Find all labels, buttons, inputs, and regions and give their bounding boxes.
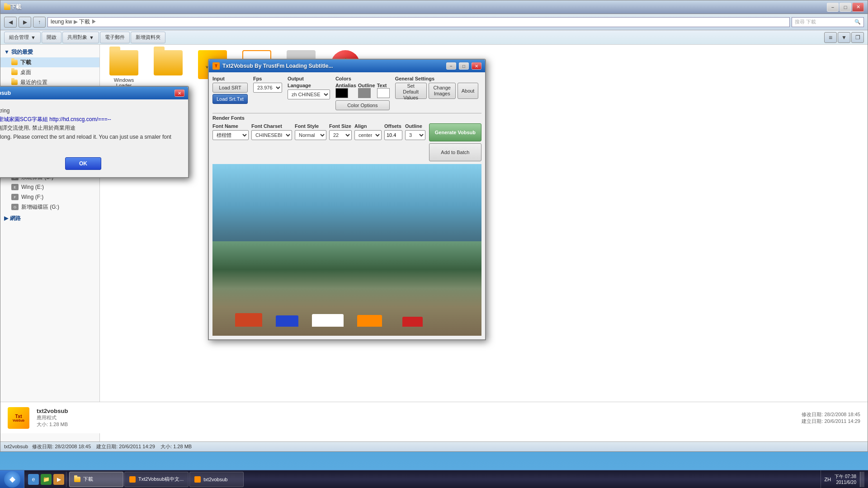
sidebar-item-drive-e[interactable]: E Wing (E:) xyxy=(0,182,99,192)
favorites-header[interactable]: ▼ 我的最愛 xyxy=(0,47,99,57)
outline-size-select[interactable]: 3 xyxy=(405,130,425,140)
dialog-titlebar: txt2vobsub ✕ xyxy=(0,87,188,99)
address-input[interactable]: leung kw ▶ 下載 ▶ xyxy=(47,17,790,27)
view-grid-button[interactable]: ❐ xyxy=(851,32,864,43)
app-content: Input Load SRT Load Srt.Txt Fps 23.976 O… xyxy=(209,72,485,339)
app-close-button[interactable]: ✕ xyxy=(472,62,481,70)
offsets-input[interactable] xyxy=(384,130,402,140)
ie-button[interactable]: e xyxy=(28,474,39,485)
outline-color-label: Outline xyxy=(358,83,375,88)
clock-date: 2011/6/20 xyxy=(836,480,857,485)
open-button[interactable]: 開啟 xyxy=(42,32,61,43)
font-charset-select[interactable]: CHINESEBIG xyxy=(251,130,292,140)
app-maximize-button[interactable]: □ xyxy=(459,62,469,70)
set-default-button[interactable]: Set Default Values xyxy=(395,83,427,99)
start-button[interactable]: ◆ xyxy=(0,470,24,488)
info-filename: txt2vobsub xyxy=(37,408,794,414)
list-item[interactable] xyxy=(148,48,189,90)
align-select[interactable]: center xyxy=(354,130,382,140)
forward-button[interactable]: ▶ xyxy=(19,17,31,28)
load-srt-button[interactable]: Load SRT xyxy=(212,83,248,93)
taskbar-item-txt2vobsub-app[interactable]: txt2vobsub xyxy=(189,472,244,487)
up-button[interactable]: ↑ xyxy=(33,17,46,28)
about-button[interactable]: About xyxy=(458,83,479,99)
language-label: Language xyxy=(288,83,330,88)
close-button[interactable]: ✕ xyxy=(852,3,864,12)
app-minimize-button[interactable]: − xyxy=(446,62,456,70)
color-options-button[interactable]: Color Options xyxy=(335,100,390,110)
downloads-folder-icon xyxy=(11,60,18,65)
view-list-button[interactable]: ≡ xyxy=(824,32,837,43)
sidebar-item-drive-f[interactable]: F Wing (F:) xyxy=(0,192,99,202)
dialog-ok-button[interactable]: OK xyxy=(65,157,101,170)
organize-button[interactable]: 組合管理 ▼ xyxy=(4,32,41,43)
language-select[interactable]: zh CHINESE xyxy=(288,89,330,99)
media-button[interactable]: ▶ xyxy=(53,474,64,485)
font-size-label: Font Size xyxy=(329,123,352,129)
info-filesize: 大小: 1.28 MB xyxy=(37,421,794,428)
colors-label: Colors xyxy=(335,76,390,81)
new-folder-button[interactable]: 新增資料夾 xyxy=(131,32,165,43)
font-name-select[interactable]: 標楷體 xyxy=(212,130,249,140)
status-text: txt2vobsub 修改日期: 28/2/2008 18:45 建立日期: 2… xyxy=(4,443,192,450)
fps-group: Fps 23.976 xyxy=(253,76,282,93)
network-header[interactable]: ▶ 網路 xyxy=(0,213,99,224)
recent-label: 最近的位置 xyxy=(20,79,47,86)
taskbar-folder-icon xyxy=(74,477,80,482)
font-size-select[interactable]: 22 xyxy=(329,130,352,140)
boat5 xyxy=(402,317,423,327)
generate-vobsub-button[interactable]: Generate Vobsub xyxy=(429,123,481,141)
back-button[interactable]: ◀ xyxy=(4,17,17,28)
minimize-button[interactable]: − xyxy=(827,3,839,12)
taskbar-txt2vobsub-label: Txt2Vobsub稿中文... xyxy=(138,476,184,483)
view-dropdown-button[interactable]: ▼ xyxy=(838,32,850,43)
drive-f-icon: F xyxy=(11,194,19,200)
sidebar-item-desktop[interactable]: 桌面 xyxy=(0,67,99,77)
boat2 xyxy=(276,315,298,327)
input-label: Input xyxy=(212,76,248,81)
offsets-label: Offsets xyxy=(384,123,402,129)
recent-folder-icon xyxy=(11,80,18,85)
sidebar-item-drive-g[interactable]: G 新增磁碟區 (G:) xyxy=(0,202,99,212)
general-settings-group: General Settings Set Default Values Chan… xyxy=(395,76,479,99)
font-style-select[interactable]: Normal xyxy=(295,130,326,140)
desktop: 下載 − □ ✕ ◀ ▶ ↑ leung kw ▶ 下載 ▶ 搜尋 下載 🔍 組… xyxy=(0,0,868,488)
input-group: Input Load SRT Load Srt.Txt xyxy=(212,76,248,104)
fps-select[interactable]: 23.976 xyxy=(253,83,282,93)
load-srt-txt-button[interactable]: Load Srt.Txt xyxy=(212,94,248,104)
info-modified: 修改日期: 28/2/2008 18:45 xyxy=(802,411,860,418)
change-images-button[interactable]: Change Images xyxy=(429,83,456,99)
email-button[interactable]: 電子郵件 xyxy=(100,32,130,43)
antialias-swatch[interactable] xyxy=(335,88,348,98)
maximize-button[interactable]: □ xyxy=(840,3,851,12)
boat1 xyxy=(235,313,262,327)
taskbar-item-txt2vobsub-web[interactable]: Txt2Vobsub稿中文... xyxy=(124,472,189,487)
toolbar: 組合管理 ▼ 開啟 共用對象 ▼ 電子郵件 新增資料夾 ≡ ▼ ❐ xyxy=(0,30,868,45)
outline-group: Outline 3 xyxy=(405,123,425,140)
align-group: Align center xyxy=(354,123,382,140)
add-to-batch-button[interactable]: Add to Batch xyxy=(429,143,481,161)
share-button[interactable]: 共用對象 ▼ xyxy=(62,32,99,43)
show-desktop-button[interactable] xyxy=(860,472,864,487)
info-panel: Txt VobSub txt2vobsub 應用程式 大小: 1.28 MB 修… xyxy=(0,402,868,433)
dialog-close-button[interactable]: ✕ xyxy=(175,89,184,97)
app-title-text: Txt2Vobsub By TrustFm Loading Subtitle..… xyxy=(222,63,443,69)
search-box[interactable]: 搜尋 下載 🔍 xyxy=(792,17,864,27)
taskbar-item-downloads[interactable]: 下載 xyxy=(69,472,123,487)
favorites-label: 我的最愛 xyxy=(11,48,33,56)
sidebar-item-downloads[interactable]: 下載 xyxy=(0,57,99,67)
drive-g-label: 新增磁碟區 (G:) xyxy=(21,203,59,211)
desktop-label: 桌面 xyxy=(20,69,31,76)
outline-swatch[interactable] xyxy=(358,88,371,98)
text-swatch[interactable] xyxy=(377,88,390,98)
folder-taskbar-button[interactable]: 📁 xyxy=(41,474,52,485)
dialog-line4: is too long. Please correct the srt and … xyxy=(0,133,181,150)
fps-label: Fps xyxy=(253,76,282,81)
list-item[interactable]: Windows Loader xyxy=(104,48,144,90)
offsets-group: Offsets xyxy=(384,123,402,140)
share-dropdown-icon: ▼ xyxy=(89,35,94,40)
explorer-title: 下載 xyxy=(10,3,827,11)
taskbar-item-label: 下載 xyxy=(83,476,93,483)
clock-time: 下午 07:38 xyxy=(835,474,856,480)
network-chevron-icon: ▶ xyxy=(4,215,8,221)
